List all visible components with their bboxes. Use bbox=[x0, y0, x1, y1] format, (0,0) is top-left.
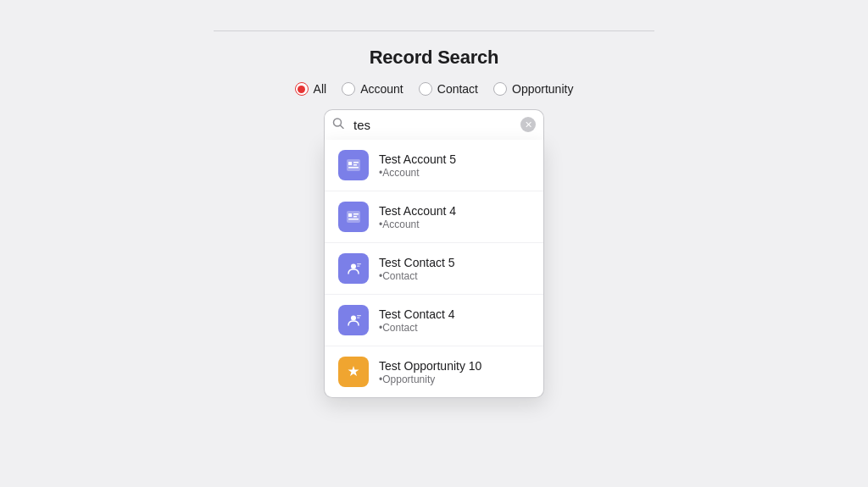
filter-all[interactable]: All bbox=[295, 82, 327, 96]
search-input[interactable] bbox=[324, 109, 544, 140]
result-name-2: Test Account 4 bbox=[379, 204, 456, 218]
result-text-5: Test Opportunity 10 •Opportunity bbox=[379, 359, 481, 385]
result-type-5: •Opportunity bbox=[379, 374, 481, 385]
account-icon-1 bbox=[338, 150, 369, 180]
result-item-2[interactable]: Test Account 4 •Account bbox=[325, 191, 543, 243]
result-type-3: •Contact bbox=[379, 270, 455, 282]
filter-all-label: All bbox=[314, 82, 327, 96]
search-dropdown: Test Account 5 •Account bbox=[324, 140, 544, 398]
svg-rect-11 bbox=[348, 219, 359, 220]
svg-rect-14 bbox=[357, 266, 360, 267]
result-text-2: Test Account 4 •Account bbox=[379, 204, 456, 230]
result-name-4: Test Contact 4 bbox=[379, 307, 455, 321]
radio-all[interactable] bbox=[295, 82, 309, 96]
svg-rect-17 bbox=[357, 318, 360, 318]
result-item-1[interactable]: Test Account 5 •Account bbox=[325, 140, 543, 191]
radio-opportunity[interactable] bbox=[493, 82, 507, 96]
svg-rect-16 bbox=[357, 315, 361, 316]
result-item-3[interactable]: Test Contact 5 •Contact bbox=[325, 243, 543, 295]
result-text-1: Test Account 5 •Account bbox=[379, 152, 456, 179]
filter-account-label: Account bbox=[360, 82, 403, 96]
result-text-4: Test Contact 4 •Contact bbox=[379, 307, 455, 334]
svg-rect-6 bbox=[348, 167, 359, 169]
result-type-4: •Contact bbox=[379, 322, 455, 334]
result-name-1: Test Account 5 bbox=[379, 152, 456, 166]
page-title: Record Search bbox=[370, 47, 499, 69]
result-text-3: Test Contact 5 •Contact bbox=[379, 256, 455, 282]
svg-rect-13 bbox=[357, 263, 361, 264]
clear-icon[interactable]: ✕ bbox=[520, 117, 536, 132]
radio-contact[interactable] bbox=[419, 82, 432, 96]
filter-opportunity[interactable]: Opportunity bbox=[493, 82, 573, 96]
svg-rect-5 bbox=[353, 164, 357, 166]
filter-contact[interactable]: Contact bbox=[419, 82, 478, 96]
content-panel: Record Search All Account Contact Opport… bbox=[295, 47, 574, 140]
search-container: ✕ Test Account 5 •Accoun bbox=[324, 109, 544, 140]
filter-opportunity-label: Opportunity bbox=[512, 82, 573, 96]
svg-rect-10 bbox=[353, 216, 357, 218]
filter-account[interactable]: Account bbox=[342, 82, 403, 96]
svg-point-12 bbox=[351, 264, 356, 269]
result-name-3: Test Contact 5 bbox=[379, 256, 455, 269]
svg-point-15 bbox=[351, 316, 356, 321]
account-icon-2 bbox=[338, 202, 369, 232]
search-icon bbox=[332, 118, 344, 132]
result-item-4[interactable]: Test Contact 4 •Contact bbox=[325, 295, 543, 346]
filter-row: All Account Contact Opportunity bbox=[295, 82, 574, 96]
result-item-5[interactable]: Test Opportunity 10 •Opportunity bbox=[325, 346, 543, 397]
result-name-5: Test Opportunity 10 bbox=[379, 359, 481, 373]
contact-icon-4 bbox=[338, 305, 369, 335]
radio-account[interactable] bbox=[342, 82, 355, 96]
result-type-1: •Account bbox=[379, 167, 456, 179]
svg-line-1 bbox=[341, 125, 344, 129]
svg-rect-3 bbox=[348, 162, 352, 165]
svg-rect-8 bbox=[348, 213, 352, 217]
page-wrapper: Record Search All Account Contact Opport… bbox=[0, 0, 868, 487]
svg-rect-4 bbox=[353, 162, 359, 163]
contact-icon-3 bbox=[338, 253, 369, 284]
opportunity-icon-5 bbox=[338, 357, 369, 387]
svg-rect-9 bbox=[353, 213, 359, 215]
result-type-2: •Account bbox=[379, 219, 456, 230]
deco-line-top bbox=[214, 30, 654, 31]
filter-contact-label: Contact bbox=[437, 82, 478, 96]
